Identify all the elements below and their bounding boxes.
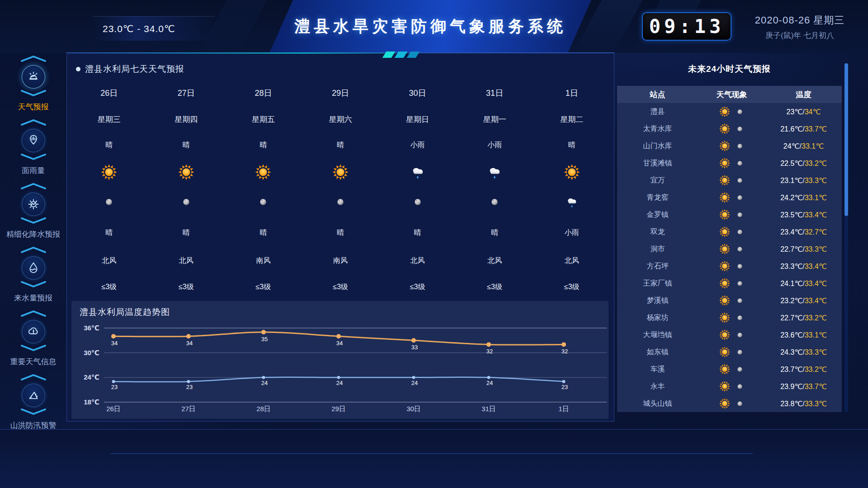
station-name: 甘溪滩镇 <box>617 159 698 168</box>
forecast-date: 1日 <box>533 80 610 107</box>
sidebar-item-label: 重要天气信息 <box>1 357 66 367</box>
stations-scrollbar[interactable] <box>844 63 848 412</box>
flood-warning-icon <box>22 384 45 407</box>
sun-icon <box>719 226 731 238</box>
header: 23.0℃ - 34.0℃ 澧县水旱灾害防御气象服务系统 09:13 2020-… <box>0 0 868 53</box>
forecast-night-icon <box>302 186 379 218</box>
svg-text:23: 23 <box>561 384 568 390</box>
moon-icon <box>488 196 501 208</box>
stations-panel-title: 未来24小时天气预报 <box>617 63 842 75</box>
svg-text:32: 32 <box>561 348 568 355</box>
sun-icon <box>719 329 731 341</box>
forecast-wind-direction: 南风 <box>225 248 302 274</box>
sidebar-item-label: 面雨量 <box>1 166 66 176</box>
station-name: 车溪 <box>617 365 698 374</box>
trend-line-chart: 36℃30℃24℃18℃26日27日28日29日30日31日1日34343534… <box>75 322 609 415</box>
sun-icon <box>719 192 731 203</box>
sun-icon <box>563 164 580 181</box>
station-weather-icons <box>698 398 765 409</box>
forecast-wind-level: ≤3级 <box>533 274 610 300</box>
sun-icon <box>719 123 731 135</box>
sidebar-item-area-rainfall[interactable]: 面雨量 <box>1 119 66 176</box>
station-temperature: 23.3℃/33.4℃ <box>765 262 842 271</box>
sidebar-item-flood-warning[interactable]: 山洪防汛预警 <box>1 374 66 431</box>
station-name: 山门水库 <box>617 141 698 151</box>
svg-text:24: 24 <box>486 380 493 386</box>
moon-icon <box>735 365 745 374</box>
moon-icon <box>735 399 745 408</box>
station-name: 青龙窖 <box>617 193 698 202</box>
chevron-down-icon <box>19 344 47 353</box>
stations-header-cell: 站点 <box>617 89 698 100</box>
bottom-nav-bar: !重要信息机构职责预警预报实况监测雷达卫星三维GIS ▶ <box>0 429 868 488</box>
forecast-wind-direction: 北风 <box>71 248 148 274</box>
chevron-up-icon <box>19 310 47 319</box>
station-temperature: 22.7℃/33.2℃ <box>765 314 842 322</box>
station-name: 城头山镇 <box>617 399 698 408</box>
svg-text:18℃: 18℃ <box>84 398 99 406</box>
station-weather-icons <box>698 174 765 186</box>
forecast-day-column: 26日星期三晴 晴北风≤3级 <box>71 80 148 300</box>
lunar-date-text: 庚子(鼠)年 七月初八 <box>739 30 861 41</box>
rain-icon <box>565 195 579 209</box>
station-row: 方石坪 23.3℃/33.4℃ <box>617 258 842 275</box>
forecast-wind-level: ≤3级 <box>148 274 225 300</box>
temperature-trend-chart: 澧县水利局温度趋势图 36℃30℃24℃18℃26日27日28日29日30日31… <box>71 301 609 419</box>
forecast-night-condition: 晴 <box>148 218 225 248</box>
sidebar-item-weather-forecast[interactable]: 天气预报 <box>1 55 66 113</box>
bottom-bar-line-decoration <box>111 453 753 454</box>
station-weather-icons <box>698 277 765 289</box>
station-temperature: 23.6℃/33.1℃ <box>765 331 842 339</box>
forecast-night-icon <box>456 186 533 218</box>
svg-text:24: 24 <box>336 380 343 386</box>
station-row: 大堰垱镇 23.6℃/33.1℃ <box>617 326 842 343</box>
chevron-down-icon <box>19 153 47 162</box>
chevron-down-icon <box>19 281 47 290</box>
sidebar-item-important-weather[interactable]: 重要天气信息 <box>1 310 66 367</box>
moon-icon <box>735 176 745 185</box>
svg-text:32: 32 <box>486 348 493 355</box>
station-temperature: 23℃/34℃ <box>765 108 842 116</box>
forecast-day-condition: 小雨 <box>456 132 533 158</box>
moon-icon <box>735 313 745 323</box>
stations-table-body: 澧县 23℃/34℃太青水库 21.6℃/33.7℃山门水库 24℃/33.1℃… <box>617 103 842 412</box>
moon-icon <box>180 196 193 208</box>
station-temperature: 22.7℃/33.3℃ <box>765 245 842 253</box>
svg-text:1日: 1日 <box>558 405 569 413</box>
moon-icon <box>735 296 745 305</box>
station-row: 山门水库 24℃/33.1℃ <box>617 137 842 155</box>
moon-icon <box>735 279 745 288</box>
station-temperature: 21.6℃/33.7℃ <box>765 125 842 133</box>
stations-panel: 未来24小时天气预报 站点天气现象温度 澧县 23℃/34℃太青水库 21.6℃… <box>617 63 842 412</box>
sidebar-item-fine-precipitation[interactable]: 精细化降水预报 <box>1 183 66 240</box>
station-temperature: 23.7℃/33.2℃ <box>765 365 842 374</box>
digital-clock: 09:13 <box>642 12 731 41</box>
moon-icon <box>735 193 745 202</box>
forecast-day-icon <box>302 158 379 186</box>
station-name: 金罗镇 <box>617 210 698 220</box>
moon-icon <box>411 196 424 208</box>
sun-icon <box>332 164 349 181</box>
sidebar-item-label: 天气预报 <box>1 102 66 113</box>
station-row: 青龙窖 24.2℃/33.1℃ <box>617 189 842 206</box>
station-weather-icons <box>698 157 765 169</box>
station-temperature: 24.1℃/33.4℃ <box>765 279 842 288</box>
moon-icon <box>735 107 745 117</box>
chevron-up-icon <box>19 374 47 383</box>
scrollbar-thumb[interactable] <box>844 63 848 216</box>
forecast-day-condition: 晴 <box>71 132 148 158</box>
forecast-night-icon <box>225 186 302 218</box>
svg-text:33: 33 <box>411 344 418 351</box>
forecast-weekday: 星期二 <box>533 107 610 132</box>
forecast-panel-title: 澧县水利局七天天气预报 <box>76 63 184 75</box>
station-temperature: 23.2℃/33.4℃ <box>765 296 842 305</box>
chevron-down-icon <box>19 408 47 417</box>
sun-icon <box>255 164 272 181</box>
forecast-night-condition: 晴 <box>456 218 533 248</box>
station-temperature: 23.8℃/33.3℃ <box>765 399 842 408</box>
sidebar-item-inflow-forecast[interactable]: 来水量预报 <box>1 246 66 304</box>
sidebar-nav: 天气预报面雨量精细化降水预报来水量预报重要天气信息山洪防汛预警 <box>0 55 66 429</box>
chevron-up-icon <box>19 119 47 128</box>
forecast-night-icon <box>533 186 610 218</box>
forecast-night-icon <box>148 186 225 218</box>
